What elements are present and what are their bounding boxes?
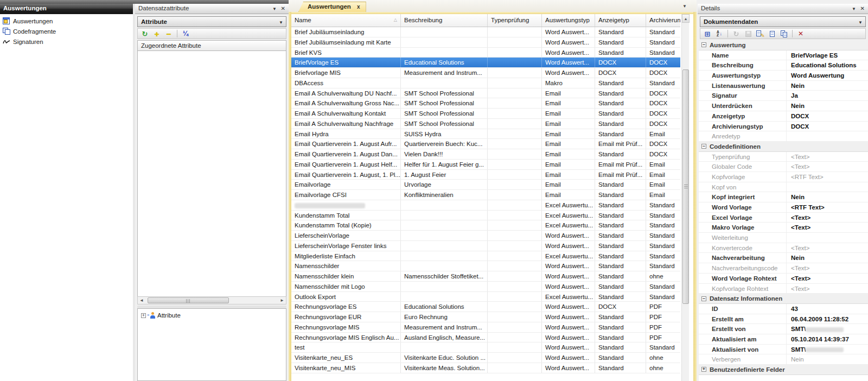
column-header-auswertungstyp[interactable]: Auswertungstyp bbox=[542, 14, 595, 27]
expand-icon[interactable]: + bbox=[701, 367, 706, 372]
vertical-scrollbar[interactable]: ▲ bbox=[681, 14, 689, 381]
sidebar-item-codefragmente[interactable]: Codefragmente bbox=[0, 26, 133, 36]
edit-icon[interactable]: ✎ bbox=[755, 29, 765, 38]
table-row[interactable]: Mitgliederliste EinfachExcel Auswertu...… bbox=[291, 251, 680, 262]
property-section-header[interactable]: +Benutzerdefinierte Felder bbox=[699, 365, 868, 375]
panel-close-icon[interactable]: ✕ bbox=[860, 5, 865, 11]
table-row[interactable]: Visitenkarte_neu_MISVisitenkarte Meas. S… bbox=[291, 363, 680, 373]
table-row[interactable]: testWord Auswert...StandardStandard bbox=[291, 342, 680, 353]
table-row[interactable]: Email Quartierverein 1. August, 1. Pl...… bbox=[291, 170, 680, 180]
property-value[interactable]: 06.04.2009 11:28:52 bbox=[787, 314, 868, 324]
table-row[interactable]: Visitenkarte_neu_ESVisitenkarte Educ. So… bbox=[291, 353, 680, 363]
property-value[interactable]: Nein bbox=[787, 253, 868, 263]
column-header-typenprüfung[interactable]: Typenprüfung bbox=[488, 14, 542, 27]
column-header-archivierungstyp[interactable]: Archivierungstyp bbox=[646, 14, 680, 27]
property-value[interactable]: <Text> bbox=[787, 162, 868, 172]
table-row[interactable]: Email A Schulverwaltung KontaktSMT Schoo… bbox=[291, 109, 680, 119]
table-row[interactable]: Brief JubiläumseinladungWord Auswert...S… bbox=[291, 27, 680, 37]
panel-dropdown-icon[interactable]: ▼ bbox=[272, 7, 277, 11]
refresh-icon[interactable]: ↻ bbox=[731, 29, 741, 38]
table-row[interactable]: EmailvorlageUrvorlageEmailStandardEmail bbox=[291, 180, 680, 190]
table-row[interactable]: LieferscheinVorlageWord Auswert...Standa… bbox=[291, 231, 680, 241]
table-row[interactable]: Email A Schulverwaltung NachfrageSMT Sch… bbox=[291, 119, 680, 129]
table-row[interactable]: LieferscheinVorlage Fenster linksWord Au… bbox=[291, 241, 680, 251]
table-row[interactable]: Namensschilder kleinNamensschilder Stoff… bbox=[291, 271, 680, 282]
table-row[interactable]: Email A Schulverwaltung Gross Nac...SMT … bbox=[291, 98, 680, 109]
table-row[interactable]: Rechnungsvorlage ESEducational Solutions… bbox=[291, 302, 680, 312]
property-value[interactable] bbox=[787, 131, 868, 141]
collapse-icon[interactable]: − bbox=[701, 42, 706, 47]
property-value[interactable]: <Text> bbox=[787, 274, 868, 283]
table-row[interactable]: Namensschilder mit LogoWord Auswert...St… bbox=[291, 282, 680, 292]
property-value[interactable]: BriefVorlage ES bbox=[787, 50, 868, 60]
property-section-header[interactable]: −Codedefinitionen bbox=[699, 142, 868, 152]
copy-icon[interactable] bbox=[779, 29, 789, 38]
categorize-icon[interactable]: ⊞ bbox=[703, 29, 712, 38]
panel-close-icon[interactable]: ✕ bbox=[281, 5, 285, 11]
property-value[interactable]: <Text> bbox=[787, 223, 868, 232]
attribute-combobox[interactable]: Attribute ▼ bbox=[137, 16, 286, 27]
remove-icon[interactable]: − bbox=[164, 29, 174, 38]
delete-icon[interactable]: ✕ bbox=[796, 29, 806, 38]
table-row[interactable]: Email Quartierverein 1. August Aufr...Qu… bbox=[291, 139, 680, 149]
collapse-icon[interactable]: − bbox=[701, 296, 706, 301]
tab-auswertungen[interactable]: Auswertungen x bbox=[298, 2, 366, 12]
table-row[interactable]: Email A Schulverwaltung DU Nachf...SMT S… bbox=[291, 88, 680, 99]
assigned-attributes-list[interactable] bbox=[137, 51, 286, 296]
property-value[interactable]: <Text> bbox=[787, 213, 868, 223]
scroll-right-icon[interactable]: ► bbox=[278, 298, 286, 303]
dokumentendaten-combobox[interactable]: Dokumentendaten ▼ bbox=[700, 16, 866, 27]
table-row[interactable]: Email HydraSUISS HydraEmailStandardEmail bbox=[291, 129, 680, 139]
document-icon[interactable] bbox=[767, 29, 777, 38]
property-value[interactable]: Nein bbox=[787, 354, 868, 364]
scroll-left-icon[interactable]: ◄ bbox=[138, 298, 145, 303]
column-header-beschreibung[interactable]: Beschreibung bbox=[401, 14, 488, 27]
table-row[interactable]: Rechnungsvorlage MIS Englisch Au...Ausla… bbox=[291, 333, 680, 343]
table-row[interactable]: Rechnungsvorlage EUREuro RechnungWord Au… bbox=[291, 312, 680, 322]
property-value[interactable]: DOCX bbox=[787, 111, 868, 121]
tablist-dropdown-icon[interactable]: ▼ bbox=[682, 4, 687, 9]
table-row[interactable]: Outlook ExportExcel Auswertu...StandardS… bbox=[291, 292, 680, 302]
assigned-attributes-header[interactable]: Zugeordnete Attribute bbox=[137, 40, 286, 51]
property-value[interactable]: Nein bbox=[787, 101, 868, 111]
property-value[interactable] bbox=[787, 233, 868, 243]
add-icon[interactable]: + bbox=[152, 29, 162, 38]
refresh-icon[interactable]: ↻ bbox=[140, 29, 150, 38]
property-value[interactable]: <Text> bbox=[787, 263, 868, 273]
property-value[interactable]: 05.10.2014 14:39:37 bbox=[787, 334, 868, 344]
table-row[interactable]: Kundenstamm TotalExcel Auswertu...Standa… bbox=[291, 211, 680, 221]
scrollbar-thumb[interactable] bbox=[682, 69, 689, 304]
save-icon[interactable] bbox=[743, 29, 753, 38]
scrollbar-thumb[interactable] bbox=[148, 297, 229, 303]
property-value[interactable]: Nein bbox=[787, 192, 868, 202]
column-header-anzeigetyp[interactable]: Anzeigetyp bbox=[595, 14, 646, 27]
property-value[interactable]: Word Auswertung bbox=[787, 71, 868, 80]
property-value[interactable]: Educational Solutions bbox=[787, 60, 868, 70]
property-value[interactable]: <RTF Text> bbox=[787, 202, 868, 212]
table-row[interactable]: Kundenstamm Total (Kopie)Excel Auswertu.… bbox=[291, 220, 680, 231]
property-value[interactable] bbox=[787, 182, 868, 192]
property-value[interactable]: SMT\ bbox=[787, 324, 868, 334]
table-row[interactable]: Emailvorlage CFSIKonfliktmineralienEmail… bbox=[291, 190, 680, 200]
table-row[interactable]: Email Quartierverein 1. August Helf...He… bbox=[291, 160, 680, 170]
property-value[interactable]: SMT\ bbox=[787, 345, 868, 354]
table-row[interactable]: Rechnungsvorlage MISMeasurement and Inst… bbox=[291, 322, 680, 333]
property-section-header[interactable]: −Auswertung bbox=[699, 40, 868, 50]
table-row[interactable]: BriefVorlage ESEducational SolutionsWord… bbox=[291, 58, 680, 68]
property-value[interactable]: <RTF Text> bbox=[787, 172, 868, 182]
column-header-name[interactable]: Name△ bbox=[291, 14, 401, 27]
table-row[interactable]: Briefvorlage MISMeasurement and Instrum.… bbox=[291, 68, 680, 78]
scroll-up-icon[interactable]: ▲ bbox=[682, 14, 690, 23]
sidebar-item-signaturen[interactable]: Signaturen bbox=[0, 36, 133, 47]
expand-icon[interactable]: + bbox=[141, 313, 146, 318]
property-value[interactable]: DOCX bbox=[787, 122, 868, 131]
property-value[interactable]: Nein bbox=[787, 81, 868, 91]
property-section-header[interactable]: −Datensatz Informationen bbox=[699, 294, 868, 304]
property-value[interactable]: <Text> bbox=[787, 243, 868, 253]
attribute-tree-node[interactable]: + ≡ Attribute bbox=[138, 309, 286, 319]
tab-close-icon[interactable]: x bbox=[357, 4, 360, 10]
sort-az-icon[interactable]: AZ↓ bbox=[714, 29, 724, 38]
table-row[interactable]: Excel Auswertu...StandardStandard bbox=[291, 200, 680, 211]
property-value[interactable]: <Text> bbox=[787, 284, 868, 294]
property-value[interactable]: Ja bbox=[787, 91, 868, 100]
